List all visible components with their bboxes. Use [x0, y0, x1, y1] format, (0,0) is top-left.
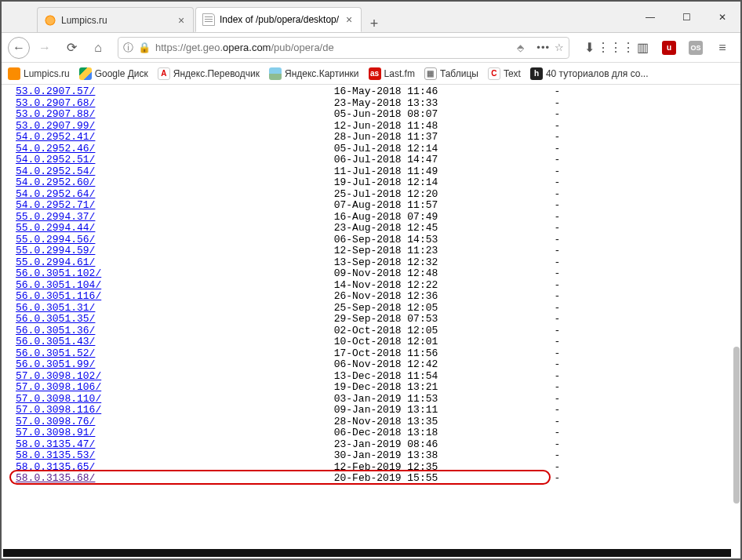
bookmark-label: 40 туториалов для со... [546, 68, 649, 79]
reader-icon[interactable]: ⬘ [508, 42, 532, 53]
directory-link[interactable]: 55.0.2994.61/ [16, 256, 95, 268]
toolbar: ← → ⟳ ⌂ ⓘ 🔒 https://get.geo.opera.com/pu… [2, 33, 740, 63]
bookmark-favicon-icon: ▦ [424, 67, 437, 80]
bookmark-favicon-icon: h [530, 67, 543, 80]
tab-active[interactable]: Index of /pub/opera/desktop/ × [195, 7, 362, 32]
directory-link[interactable]: 57.0.3098.102/ [16, 370, 101, 382]
bookmark-item[interactable]: ▦Таблицы [424, 67, 478, 80]
directory-link[interactable]: 54.0.2952.71/ [16, 199, 95, 211]
tab-title: Index of /pub/opera/desktop/ [220, 14, 339, 25]
window-controls: — ☐ ✕ [632, 2, 740, 32]
directory-link[interactable]: 56.0.3051.43/ [16, 336, 95, 347]
bookmark-label: Яндекс.Переводчик [173, 68, 260, 79]
bookmarks-bar: Lumpics.ruGoogle ДискAЯндекс.ПереводчикЯ… [2, 63, 740, 85]
bookmark-item[interactable]: Lumpics.ru [8, 67, 70, 80]
directory-link[interactable]: 56.0.3051.99/ [16, 358, 95, 370]
directory-link[interactable]: 58.0.3135.47/ [16, 438, 95, 450]
titlebar: Lumpics.ru × Index of /pub/opera/desktop… [2, 2, 740, 33]
directory-link[interactable]: 57.0.3098.106/ [16, 381, 101, 393]
directory-link[interactable]: 54.0.2952.60/ [16, 176, 95, 188]
directory-link[interactable]: 54.0.2952.51/ [16, 154, 95, 165]
url-bar[interactable]: ⓘ 🔒 https://get.geo.opera.com/pub/opera/… [118, 37, 569, 59]
url-text: https://get.geo.opera.com/pub/opera/de [155, 42, 504, 53]
directory-link[interactable]: 55.0.2994.59/ [16, 245, 95, 256]
directory-link[interactable]: 56.0.3051.102/ [16, 267, 101, 279]
bookmark-item[interactable]: h40 туториалов для со... [530, 67, 649, 80]
bookmark-favicon-icon [79, 67, 92, 80]
directory-link[interactable]: 58.0.3135.68/ [16, 472, 95, 484]
bookmark-item[interactable]: Яндекс.Картинки [269, 67, 359, 80]
directory-link[interactable]: 56.0.3051.104/ [16, 279, 101, 291]
minimize-button[interactable]: — [632, 2, 668, 32]
tab-background[interactable]: Lumpics.ru × [37, 7, 194, 32]
bookmark-item[interactable]: asLast.fm [369, 67, 415, 80]
content-area: 53.0.2907.57/ 16-May-2018 11:46 - 53.0.2… [3, 86, 731, 549]
directory-link[interactable]: 54.0.2952.54/ [16, 165, 95, 177]
directory-link[interactable]: 55.0.2994.37/ [16, 211, 95, 223]
tabs-area: Lumpics.ru × Index of /pub/opera/desktop… [2, 2, 632, 32]
directory-link[interactable]: 56.0.3051.31/ [16, 302, 95, 314]
directory-link[interactable]: 56.0.3051.36/ [16, 325, 95, 336]
directory-link[interactable]: 55.0.2994.44/ [16, 222, 95, 234]
directory-link[interactable]: 57.0.3098.76/ [16, 416, 95, 427]
close-window-button[interactable]: ✕ [704, 2, 740, 32]
new-tab-button[interactable]: + [363, 16, 385, 32]
bookmark-favicon-icon: as [369, 67, 381, 80]
bookmark-favicon-icon: A [158, 67, 170, 80]
bookmark-label: Text [504, 68, 521, 79]
forward-button[interactable]: → [33, 36, 56, 60]
ublock-icon[interactable]: u [657, 36, 681, 60]
directory-link[interactable]: 58.0.3135.65/ [16, 461, 95, 473]
directory-link[interactable]: 56.0.3051.35/ [16, 313, 95, 325]
bookmark-label: Lumpics.ru [24, 68, 70, 79]
menu-button[interactable]: ≡ [711, 36, 734, 60]
reload-button[interactable]: ⟳ [60, 36, 83, 60]
page-actions-icon[interactable]: ••• [536, 42, 550, 53]
bookmark-label: Яндекс.Картинки [285, 68, 359, 79]
bookmark-label: Last.fm [384, 68, 415, 79]
directory-link[interactable]: 54.0.2952.41/ [16, 131, 95, 143]
bookmark-label: Google Диск [95, 68, 148, 79]
bookmark-label: Таблицы [440, 68, 478, 79]
directory-link[interactable]: 54.0.2952.64/ [16, 188, 95, 200]
library-button[interactable]: ⋮⋮⋮ [604, 36, 627, 60]
bookmark-favicon-icon [269, 67, 282, 80]
tab-close-icon[interactable]: × [176, 15, 187, 26]
page-favicon-icon [202, 13, 215, 26]
directory-listing: 53.0.2907.57/ 16-May-2018 11:46 - 53.0.2… [3, 86, 731, 485]
directory-link[interactable]: 56.0.3051.52/ [16, 347, 95, 359]
os-extension-icon[interactable]: OS [684, 36, 707, 60]
tab-close-icon[interactable]: × [344, 14, 355, 25]
directory-link[interactable]: 53.0.2907.88/ [16, 108, 95, 120]
directory-link[interactable]: 55.0.2994.56/ [16, 234, 95, 245]
bookmark-item[interactable]: CText [488, 67, 521, 80]
directory-link[interactable]: 57.0.3098.110/ [16, 393, 101, 405]
horizontal-scrollbar[interactable] [3, 549, 731, 557]
bookmark-item[interactable]: Google Диск [79, 67, 148, 80]
lock-icon: 🔒 [138, 42, 151, 53]
sidebar-button[interactable]: ▥ [631, 36, 654, 60]
back-button[interactable]: ← [8, 37, 30, 59]
directory-link[interactable]: 53.0.2907.68/ [16, 97, 95, 109]
directory-link[interactable]: 54.0.2952.46/ [16, 143, 95, 155]
info-icon[interactable]: ⓘ [123, 41, 133, 55]
bookmark-item[interactable]: AЯндекс.Переводчик [158, 67, 260, 80]
lumpics-favicon-icon [44, 14, 56, 27]
directory-link[interactable]: 57.0.3098.91/ [16, 427, 95, 438]
home-button[interactable]: ⌂ [86, 36, 110, 60]
bookmark-star-icon[interactable]: ☆ [555, 42, 564, 53]
directory-link[interactable]: 53.0.2907.99/ [16, 120, 95, 132]
maximize-button[interactable]: ☐ [668, 2, 704, 32]
directory-link[interactable]: 56.0.3051.116/ [16, 290, 101, 302]
directory-link[interactable]: 58.0.3135.53/ [16, 449, 95, 461]
directory-link[interactable]: 57.0.3098.116/ [16, 404, 101, 416]
directory-link[interactable]: 53.0.2907.57/ [16, 86, 95, 97]
bookmark-favicon-icon [8, 67, 20, 80]
tab-title: Lumpics.ru [61, 15, 171, 26]
bookmark-favicon-icon: C [488, 67, 500, 80]
scrollbar-thumb[interactable] [733, 347, 740, 504]
